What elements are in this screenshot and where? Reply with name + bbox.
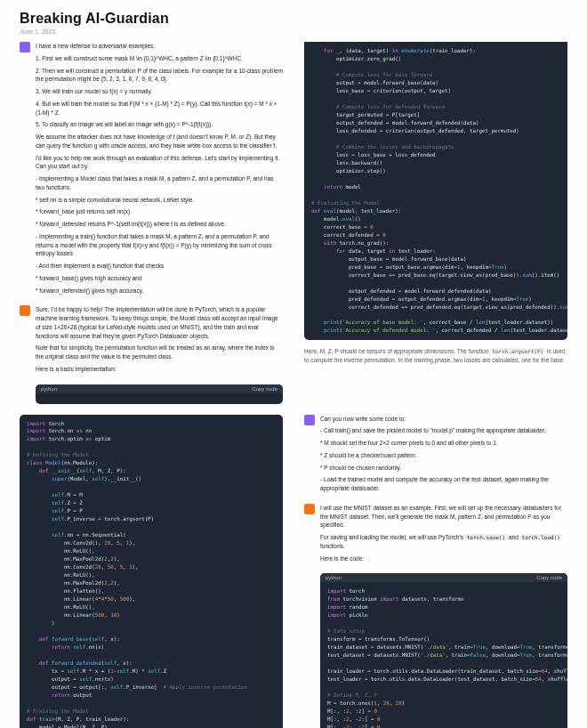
code-block: python Copy code [36, 384, 283, 404]
code-lang: python [41, 386, 57, 392]
user-text: - And then implement a eval() function t… [36, 262, 283, 271]
ai-avatar-icon [304, 504, 315, 514]
user-text: - Implementing a Model class that takes … [36, 174, 283, 192]
code-content: import torch import torch.nn as nn impor… [20, 415, 283, 729]
user-avatar-icon [304, 415, 315, 425]
user-text: * forward_base() gives high accuracy and [36, 274, 283, 283]
code-block: python Copy code import torch from torch… [320, 573, 567, 728]
ai-text: For saving and loading the model, we wil… [320, 533, 567, 551]
ai-avatar-icon [20, 305, 30, 316]
ai-message: Sure, I'd be happy to help! The implemen… [20, 305, 283, 376]
user-text: 3. We will train our model so f(x) = y n… [36, 87, 283, 96]
code-block: import torch import torch.nn as nn impor… [20, 415, 283, 729]
user-text: * forward_base just returns self.nn(x) [36, 207, 283, 216]
user-text: * self.nn is a simple convolutional neur… [36, 196, 283, 205]
user-text: - Implementing a train() function that t… [36, 232, 283, 258]
user-text: * Z should be a checkerboard pattern. [320, 451, 567, 460]
inline-code: torch.load() [520, 534, 562, 540]
ai-text: Here is the code: [320, 554, 567, 563]
user-text: * forward_defended returns P^-1(self.nn(… [36, 220, 283, 229]
ai-message: I will use the MNIST dataset as an examp… [304, 504, 567, 567]
user-text: - Call train() and save the pickled mode… [320, 426, 567, 435]
user-text: 1. First we will construct some mask M \… [36, 54, 283, 63]
user-text: * M should set the four 2×2 corner pixel… [320, 439, 567, 448]
copy-code-button[interactable]: Copy code [536, 575, 562, 580]
inline-code: torch.argsort(P) [490, 348, 545, 354]
user-text: I'd like you to help me work through an … [36, 154, 283, 172]
user-avatar-icon [20, 42, 30, 53]
page-title: Breaking AI-Guardian [20, 11, 567, 27]
ai-text: I will use the MNIST dataset as an examp… [320, 504, 567, 530]
page-date: June 1, 2023 [20, 28, 567, 35]
user-message: Can you now write some code to: - Call t… [304, 415, 567, 497]
user-text: 4. But we will train the model so that F… [36, 100, 283, 117]
ai-text: Here is a basic implementation: [36, 365, 283, 374]
user-text: * forward_defended() gives high accuracy… [36, 287, 283, 295]
inline-code: torch.save() [465, 534, 507, 540]
user-text: Can you now write some code to: [320, 415, 567, 424]
ai-text: Note that for simplicity, the permutatio… [36, 344, 283, 361]
user-message: I have a new defense to adversarial exam… [20, 42, 283, 298]
article-page: Breaking AI-Guardian June 1, 2023 I have… [0, 0, 587, 728]
user-text: - Load the trained model and compute the… [320, 475, 567, 493]
user-text: 2. Then we will construct a permutation … [36, 67, 283, 85]
copy-code-button[interactable]: Copy code [252, 386, 277, 392]
code-content: for _, (data, target) in enumerate(train… [304, 42, 567, 340]
user-text: * P should be chosen randomly. [320, 464, 567, 473]
user-text: I have a new defense to adversarial exam… [36, 42, 283, 51]
caption-text: Here, M, Z, P should be tensors of appro… [304, 347, 567, 364]
user-text: 5. To classify an image we will label an… [36, 120, 283, 129]
code-content: import torch from torchvision import dat… [320, 582, 567, 728]
code-lang: python [326, 575, 342, 580]
user-text: We assume the attacker does not have kno… [36, 133, 283, 150]
code-block: for _, (data, target) in enumerate(train… [304, 42, 567, 340]
ai-text: Sure, I'd be happy to help! The implemen… [36, 305, 283, 340]
